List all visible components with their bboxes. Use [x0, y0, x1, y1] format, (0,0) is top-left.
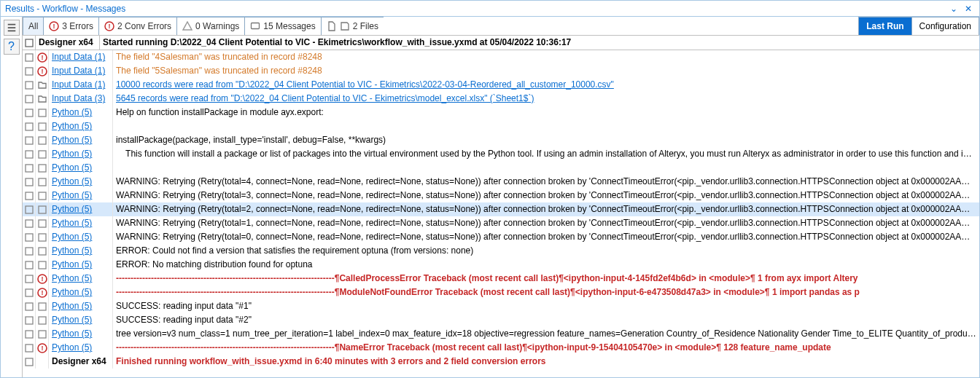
row-source[interactable]: Input Data (1) [49, 64, 113, 78]
row-message: ERROR: Could not find a version that sat… [113, 244, 979, 258]
row-source[interactable]: Python (5) [49, 258, 113, 272]
grid-row[interactable]: Python (5)tree version=v3 num_class=1 nu… [23, 327, 979, 341]
grid-row[interactable]: Python (5)ERROR: Could not find a versio… [23, 244, 979, 258]
row-checkbox-icon [23, 216, 36, 230]
filter-all-label: All [28, 21, 38, 31]
row-source[interactable]: Python (5) [49, 327, 113, 341]
grid-row[interactable]: Python (5)installPackage(package, instal… [23, 133, 979, 147]
svg-rect-30 [39, 206, 46, 213]
row-source[interactable]: Python (5) [49, 341, 113, 355]
row-source[interactable]: Python (5) [49, 244, 113, 258]
row-checkbox-icon [23, 106, 36, 119]
tab-configuration[interactable]: Configuration [912, 17, 979, 35]
row-message: SUCCESS: reading input data "#1" [113, 299, 979, 313]
row-status-icon [36, 299, 49, 313]
grid-row[interactable]: Python (5)WARNING: Retrying (Retry(total… [23, 202, 979, 216]
tab-last-run[interactable]: Last Run [858, 17, 911, 35]
message-icon [250, 21, 260, 31]
row-source[interactable]: Python (5) [49, 161, 113, 175]
svg-rect-29 [26, 206, 33, 213]
row-source[interactable]: Python (5) [49, 202, 113, 216]
grid-row[interactable]: Python (5)WARNING: Retrying (Retry(total… [23, 216, 979, 230]
help-button[interactable]: ? [4, 39, 20, 55]
filter-conv-errors[interactable]: ! 2 Conv Errors [98, 17, 176, 35]
error-icon: ! [49, 21, 59, 31]
grid-header: Designer x64 Started running D:\2022_04 … [23, 36, 979, 50]
grid-row[interactable]: Python (5)WARNING: Retrying (Retry(total… [23, 189, 979, 202]
grid-row[interactable]: !Python (5)-----------------------------… [23, 272, 979, 286]
grid-row[interactable]: Input Data (3)5645 records were read fro… [23, 92, 979, 106]
row-status-icon: ! [36, 64, 49, 78]
row-source[interactable]: Python (5) [49, 313, 113, 327]
filter-errors[interactable]: ! 3 Errors [43, 17, 98, 35]
row-status-icon [36, 147, 49, 161]
file-icon [327, 21, 337, 31]
svg-rect-37 [26, 261, 33, 269]
svg-rect-19 [26, 137, 33, 144]
row-source[interactable]: Python (5) [49, 189, 113, 202]
titlebar: Results - Workflow - Messages ⌄ ✕ [1, 1, 979, 17]
grid-row[interactable]: Python (5)SUCCESS: reading input data "#… [23, 299, 979, 313]
filter-messages[interactable]: 15 Messages [244, 17, 320, 35]
row-source[interactable]: Python (5) [49, 147, 113, 161]
grid-row[interactable]: !Python (5)-----------------------------… [23, 341, 979, 355]
results-grid[interactable]: Designer x64 Started running D:\2022_04 … [23, 36, 979, 377]
row-checkbox-icon [23, 286, 36, 299]
row-status-icon: ! [36, 272, 49, 286]
svg-rect-28 [39, 192, 46, 200]
grid-row[interactable]: Python (5)WARNING: Retrying (Retry(total… [23, 230, 979, 244]
row-checkbox-icon [23, 230, 36, 244]
row-status-icon: ! [36, 50, 49, 64]
grid-row[interactable]: Python (5)ERROR: No matching distributio… [23, 258, 979, 272]
row-source[interactable]: Input Data (1) [49, 50, 113, 64]
row-message: installPackage(package, install_type='in… [113, 133, 979, 147]
svg-rect-4 [252, 23, 260, 29]
grid-row[interactable]: !Python (5)-----------------------------… [23, 286, 979, 299]
grid-row[interactable]: Python (5)WARNING: Retrying (Retry(total… [23, 175, 979, 189]
filter-files[interactable]: 2 Files [321, 17, 384, 35]
row-source[interactable]: Input Data (3) [49, 92, 113, 106]
close-button[interactable]: ✕ [962, 1, 975, 16]
svg-rect-31 [26, 220, 33, 227]
filter-warnings[interactable]: 0 Warnings [176, 17, 244, 35]
row-source[interactable]: Python (5) [49, 175, 113, 189]
grid-row[interactable]: Python (5)Help on function installPackag… [23, 106, 979, 119]
row-status-icon [36, 327, 49, 341]
svg-rect-39 [26, 275, 33, 283]
grid-row[interactable]: Input Data (1)10000 records were read fr… [23, 78, 979, 92]
row-checkbox-icon [23, 355, 36, 369]
svg-rect-35 [26, 248, 33, 255]
grid-row[interactable]: Python (5) [23, 119, 979, 133]
row-source[interactable]: Python (5) [49, 119, 113, 133]
svg-rect-34 [39, 234, 46, 241]
row-source[interactable]: Python (5) [49, 272, 113, 286]
filter-all[interactable]: All [23, 17, 43, 35]
svg-rect-23 [26, 165, 33, 172]
grid-row[interactable]: Designer x64Finished running workflow_wi… [23, 355, 979, 369]
svg-rect-45 [26, 303, 33, 310]
row-checkbox-icon [23, 175, 36, 189]
row-message: Help on function installPackage in modul… [113, 106, 979, 119]
svg-rect-10 [26, 68, 33, 75]
row-source[interactable]: Python (5) [49, 216, 113, 230]
grid-row[interactable]: Python (5)SUCCESS: reading input data "#… [23, 313, 979, 327]
grid-row[interactable]: !Input Data (1)The field "4Salesman" was… [23, 50, 979, 64]
minimize-button[interactable]: ⌄ [947, 1, 960, 16]
menu-button[interactable] [4, 20, 20, 36]
svg-rect-26 [39, 178, 46, 186]
row-message: WARNING: Retrying (Retry(total=0, connec… [113, 230, 979, 244]
save-icon [340, 21, 350, 31]
row-source[interactable]: Input Data (1) [49, 78, 113, 92]
row-source[interactable]: Python (5) [49, 106, 113, 119]
row-source[interactable]: Python (5) [49, 133, 113, 147]
grid-row[interactable]: Python (5) [23, 161, 979, 175]
row-source[interactable]: Python (5) [49, 230, 113, 244]
grid-row[interactable]: !Input Data (1)The field "5Salesman" was… [23, 64, 979, 78]
svg-rect-49 [26, 331, 33, 338]
grid-row[interactable]: Python (5) This function will install a … [23, 147, 979, 161]
row-message [113, 119, 979, 133]
row-source[interactable]: Python (5) [49, 299, 113, 313]
row-source[interactable]: Python (5) [49, 286, 113, 299]
row-message: ----------------------------------------… [113, 272, 979, 286]
row-checkbox-icon [23, 50, 36, 64]
